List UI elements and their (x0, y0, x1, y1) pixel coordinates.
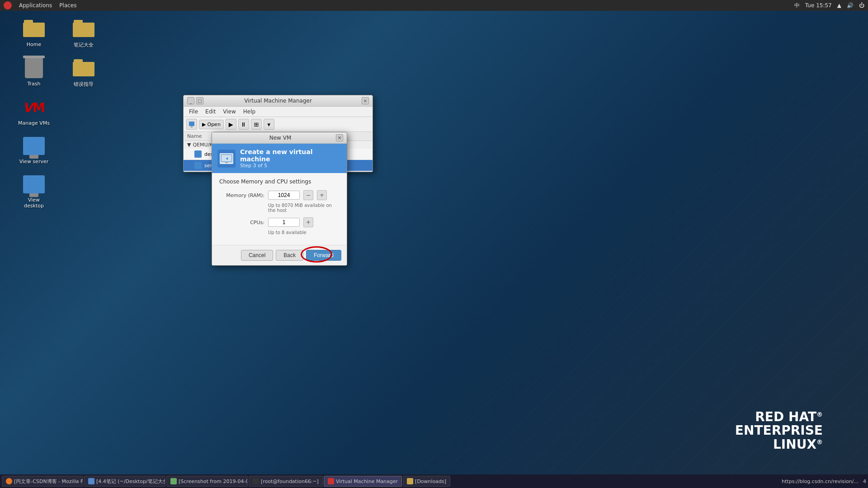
taskbar-notes[interactable]: [4.4笔记 (~/Desktop/笔记大全/4.4) ...] (84, 476, 165, 487)
desktop-icon-home[interactable]: Home (18, 18, 50, 48)
newvm-title: New VM (225, 135, 336, 141)
applications-menu[interactable]: Applications (19, 2, 52, 9)
notes-taskbar-icon (88, 478, 94, 484)
vmm-close-btn[interactable]: ✕ (362, 97, 369, 104)
vm-logo-icon: VM (23, 100, 45, 115)
vmm-maximize-btn[interactable]: □ (196, 97, 203, 104)
taskbar-downloads[interactable]: [Downloads] (403, 476, 450, 487)
home-label: Home (27, 42, 41, 47)
topbar-wifi-icon: ▲ (837, 2, 841, 9)
vmm-open-icon: ▶ (202, 122, 206, 127)
notes-label: 笔记大全 (74, 42, 94, 48)
step-text: Create a new virtual machine Step 3 of 5 (240, 148, 341, 169)
newvm-dialog: New VM ✕ Create a new virtual machine St… (212, 132, 347, 266)
notes-folder-icon (73, 20, 94, 38)
desktop-icon-view-desktop[interactable]: View desktop (18, 174, 50, 209)
taskbar-terminal[interactable]: [root@foundation66:~] (249, 476, 323, 487)
taskbar-screenshot[interactable]: [Screenshot from 2019-04-04 11-...] (166, 476, 248, 487)
redhat-text-line2: ENTERPRISE (735, 424, 823, 438)
step-icon (217, 150, 236, 168)
desktop-icon-notes[interactable]: 笔记大全 (68, 18, 99, 48)
view-server-label: View server (19, 159, 48, 164)
user-avatar-icon (4, 1, 12, 9)
vmm-title: Virtual Machine Manager (210, 98, 346, 104)
desktop-icon-view-server[interactable]: View server (18, 135, 50, 164)
desktop-icons-area: Home 笔记大全 Trash (18, 18, 99, 209)
taskbar-vmm-label: Virtual Machine Manager (336, 479, 398, 484)
vmm-menu: File Edit View Help (184, 107, 373, 117)
vmm-open-btn[interactable]: ▶ Open (199, 120, 224, 129)
taskbar-downloads-label: [Downloads] (415, 479, 446, 484)
collapse-icon: ▼ (187, 142, 191, 148)
topbar: Applications Places 中 Tue 15:57 ▲ 🔊 ⏻ (0, 0, 868, 11)
errors-folder-icon (73, 59, 94, 77)
desktop-icon-trash[interactable]: Trash (18, 57, 50, 88)
desktop-icon-errors[interactable]: 错误指导 (68, 57, 99, 88)
home-folder-icon (23, 20, 45, 38)
vmm-create-btn[interactable] (186, 119, 197, 130)
vmm-minimize-btn[interactable]: _ (187, 97, 194, 104)
desktop: Applications Places 中 Tue 15:57 ▲ 🔊 ⏻ Ho… (0, 0, 868, 488)
vmm-toolbar: ▶ Open ▶ ⏸ ⊞ ▾ (184, 117, 373, 132)
cpu-increase-btn[interactable]: + (303, 217, 313, 227)
desktop-icon-manage-vms[interactable]: VM Manage VMs (18, 97, 50, 126)
memory-decrease-btn[interactable]: − (303, 190, 313, 200)
memory-increase-btn[interactable]: + (317, 190, 327, 200)
cpu-row: CPUs: + (219, 217, 340, 227)
view-server-icon (23, 137, 45, 155)
trash-label: Trash (27, 81, 40, 87)
memory-input[interactable] (268, 191, 300, 200)
back-button[interactable]: Back (276, 250, 303, 261)
taskbar-end-icon: 4 (863, 479, 866, 484)
step-subtitle: Step 3 of 5 (240, 163, 341, 169)
topbar-audio-icon: 🔊 (847, 2, 854, 9)
topbar-lang: 中 (794, 2, 800, 9)
dialog-buttons: Cancel Back Forward (212, 245, 347, 265)
taskbar-terminal-label: [root@foundation66:~] (261, 479, 319, 484)
forward-container: Forward (306, 250, 341, 261)
taskbar-notes-label: [4.4笔记 (~/Desktop/笔记大全/4.4) ...] (96, 478, 165, 485)
cpu-hint: Up to 8 available (268, 230, 340, 235)
memory-row: Memory (RAM): − + (219, 190, 340, 200)
firefox-icon (6, 478, 12, 484)
vmm-pause-btn[interactable]: ⏸ (238, 119, 249, 130)
vm-status-icon-1 (194, 162, 202, 169)
svg-rect-0 (189, 122, 194, 126)
vmm-menu-help[interactable]: Help (240, 108, 259, 116)
memory-label: Memory (RAM): (219, 192, 264, 198)
vmm-menu-edit[interactable]: Edit (202, 108, 219, 116)
places-menu[interactable]: Places (59, 2, 76, 9)
taskbar-url: https://blog.csdn.cn/revision/... (778, 479, 862, 484)
errors-label: 错误指导 (74, 81, 94, 88)
cpu-input[interactable] (268, 218, 300, 227)
forward-button[interactable]: Forward (306, 250, 341, 261)
manage-vms-label: Manage VMs (18, 120, 50, 126)
topbar-power-icon: ⏻ (859, 2, 864, 9)
taskbar-vmm[interactable]: Virtual Machine Manager (324, 476, 402, 487)
vmm-titlebar: _ □ Virtual Machine Manager ✕ (184, 95, 373, 107)
vmm-dropdown-btn[interactable]: ▾ (264, 119, 274, 130)
vmm-menu-view[interactable]: View (219, 108, 239, 116)
vmm-details-btn[interactable]: ⊞ (251, 119, 262, 130)
redhat-logo: RED HAT® ENTERPRISE LINUX® (735, 410, 823, 452)
vm-icon-svg (221, 154, 232, 163)
svg-rect-3 (222, 155, 231, 161)
taskbar: [丙文章-CSDN博客 - Mozilla Firefox] [4.4笔记 (~… (0, 474, 868, 488)
dialog-content: Choose Memory and CPU settings Memory (R… (212, 173, 347, 245)
screenshot-icon (170, 478, 177, 484)
svg-rect-4 (225, 162, 228, 163)
vm-step-icon (220, 153, 233, 164)
create-vm-icon (188, 121, 195, 128)
newvm-titlebar: New VM ✕ (212, 132, 347, 144)
memory-hint: Up to 8070 MiB available on the host (268, 203, 340, 213)
view-desktop-label: View desktop (18, 197, 50, 209)
cancel-button[interactable]: Cancel (241, 250, 273, 261)
newvm-close-btn[interactable]: ✕ (336, 134, 343, 141)
vmm-taskbar-icon (328, 478, 334, 484)
step-header: Create a new virtual machine Step 3 of 5 (212, 144, 347, 173)
section-title: Choose Memory and CPU settings (219, 178, 340, 185)
vmm-menu-file[interactable]: File (185, 108, 202, 116)
taskbar-firefox[interactable]: [丙文章-CSDN博客 - Mozilla Firefox] (2, 476, 83, 487)
cpu-label: CPUs: (219, 220, 264, 225)
vmm-run-btn[interactable]: ▶ (226, 119, 236, 130)
